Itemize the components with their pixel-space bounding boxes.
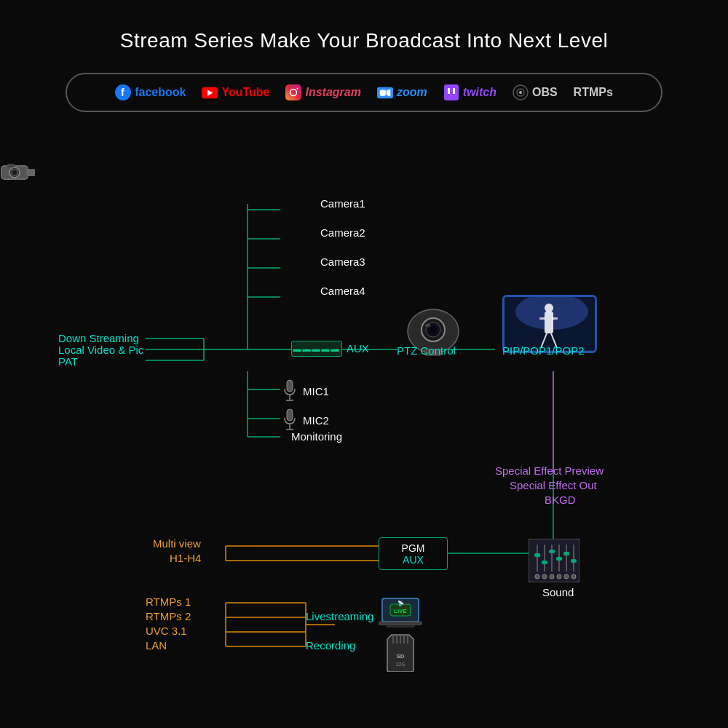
svg-point-6 xyxy=(297,88,298,90)
svg-point-104 xyxy=(542,574,547,579)
sound-label: Sound xyxy=(542,586,574,598)
svg-point-15 xyxy=(519,91,522,94)
platform-rtmps: RTMPs xyxy=(574,86,613,99)
aux-device: ▬▬▬▬▬ xyxy=(291,341,342,357)
instagram-label: Instagram xyxy=(305,86,360,99)
svg-point-80 xyxy=(425,324,431,328)
camera2-label: Camera2 xyxy=(320,226,365,239)
svg-rect-99 xyxy=(549,550,555,553)
camera4-icon xyxy=(0,160,36,185)
diagram: Camera1 Camera2 Camera3 Camera4 Down Str… xyxy=(0,160,728,713)
twitch-label: twitch xyxy=(463,86,496,99)
svg-point-108 xyxy=(571,574,576,579)
platform-instagram: Instagram xyxy=(285,84,360,100)
svg-text:32G: 32G xyxy=(395,662,405,667)
svg-point-105 xyxy=(550,574,554,579)
svg-point-103 xyxy=(535,574,539,579)
platform-obs: OBS xyxy=(513,84,558,100)
facebook-icon: f xyxy=(115,84,131,100)
svg-point-66 xyxy=(12,170,17,175)
svg-rect-113 xyxy=(379,622,422,625)
special-effect-preview-label: Special Effect Preview xyxy=(495,464,604,477)
zoom-label: zoom xyxy=(397,86,427,99)
page-title: Stream Series Make Your Broadcast Into N… xyxy=(0,0,728,52)
pgm-aux-box: PGM AUX xyxy=(379,537,448,570)
svg-text:f: f xyxy=(121,87,124,98)
rtmps2-label: RTMPs 2 xyxy=(146,610,191,622)
platform-facebook: f facebook xyxy=(115,84,186,100)
svg-rect-98 xyxy=(542,561,547,564)
pat-label: PAT xyxy=(58,355,78,368)
aux-label: AUX xyxy=(347,342,369,355)
svg-rect-4 xyxy=(285,84,301,100)
svg-rect-83 xyxy=(545,312,553,333)
pgm-label: PGM xyxy=(402,542,425,554)
sound-mixer-icon xyxy=(529,539,579,585)
aux-bottom-label: AUX xyxy=(403,554,424,566)
youtube-icon xyxy=(202,84,218,100)
instagram-icon xyxy=(285,84,301,100)
svg-rect-102 xyxy=(571,559,577,563)
svg-rect-100 xyxy=(556,557,562,561)
platform-youtube: YouTube xyxy=(202,84,269,100)
laptop-icon: LIVE 📡 xyxy=(379,597,422,635)
svg-rect-86 xyxy=(552,317,558,320)
livestreaming-label: Livestreaming xyxy=(306,610,373,622)
svg-rect-10 xyxy=(444,84,459,100)
svg-point-107 xyxy=(564,574,569,579)
pip-pop-label: PIP/POP1/POP2 xyxy=(502,344,585,357)
uvc-label: UVC 3.1 xyxy=(146,625,187,637)
multi-view-label: Multi view xyxy=(153,537,201,550)
svg-rect-97 xyxy=(534,553,540,557)
svg-rect-72 xyxy=(287,409,293,421)
svg-rect-114 xyxy=(386,625,415,628)
camera4-label: Camera4 xyxy=(320,285,365,297)
lan-label: LAN xyxy=(146,639,167,652)
svg-point-106 xyxy=(557,574,561,579)
recording-label: Recording xyxy=(306,639,355,652)
special-effect-out-label: Special Effect Out xyxy=(510,479,597,491)
obs-label: OBS xyxy=(532,86,558,99)
rtmps1-label: RTMPs 1 xyxy=(146,596,191,608)
mic1-label: MIC1 xyxy=(303,385,329,397)
bkgd-label: BKGD xyxy=(545,494,576,506)
svg-rect-67 xyxy=(26,169,35,176)
down-streaming-label: Down Streaming xyxy=(58,332,139,344)
twitch-icon xyxy=(443,84,459,100)
youtube-label: YouTube xyxy=(221,86,269,99)
svg-rect-11 xyxy=(448,88,450,94)
rtmps-label: RTMPs xyxy=(574,86,613,99)
svg-text:SD: SD xyxy=(396,653,404,660)
svg-rect-69 xyxy=(287,380,293,392)
mic1-icon xyxy=(282,379,297,408)
mic2-label: MIC2 xyxy=(303,414,329,427)
svg-rect-85 xyxy=(539,317,545,320)
svg-text:📡: 📡 xyxy=(397,600,404,606)
svg-rect-68 xyxy=(7,164,15,167)
h1h4-label: H1-H4 xyxy=(170,552,201,564)
facebook-label: facebook xyxy=(135,86,186,99)
diagram-lines xyxy=(0,160,728,713)
svg-point-78 xyxy=(430,326,437,333)
platform-zoom: zoom xyxy=(377,84,427,100)
svg-rect-9 xyxy=(380,90,386,95)
svg-point-84 xyxy=(545,304,553,312)
local-video-label: Local Video & Pic xyxy=(58,344,143,356)
monitoring-label: Monitoring xyxy=(291,430,342,443)
svg-text:LIVE: LIVE xyxy=(394,608,407,614)
platform-twitch: twitch xyxy=(443,84,496,100)
camera3-label: Camera3 xyxy=(320,256,365,268)
zoom-icon xyxy=(377,84,393,100)
platforms-bar: f facebook YouTube xyxy=(66,73,662,112)
sdcard-icon: SD 32G xyxy=(384,632,416,675)
svg-rect-12 xyxy=(453,88,455,94)
obs-icon xyxy=(513,84,529,100)
svg-rect-101 xyxy=(563,552,569,555)
camera1-label: Camera1 xyxy=(320,197,365,210)
ptz-control-label: PTZ Control xyxy=(397,344,456,357)
